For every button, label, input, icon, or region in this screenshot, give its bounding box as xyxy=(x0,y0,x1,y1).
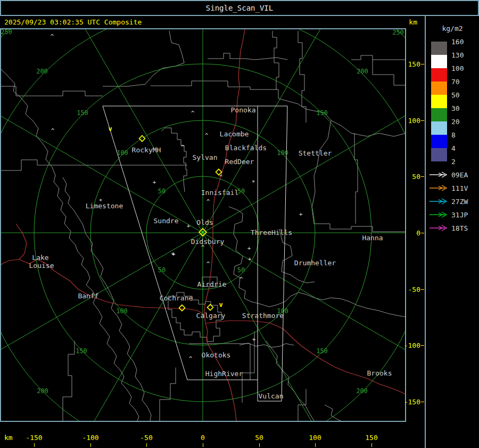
town-marker: ^ xyxy=(207,198,210,205)
right-axis-tick-label: 0 xyxy=(416,229,420,237)
county-boundary-line xyxy=(208,53,287,60)
bottom-axis-tick-label: -100 xyxy=(82,434,98,442)
city-label: Ponoka xyxy=(231,106,256,114)
right-axis-tick-mark xyxy=(421,64,424,64)
county-boundary-line xyxy=(298,31,306,123)
radar-map-frame: 5050505010010010010015015015015020020020… xyxy=(0,28,406,422)
radar-map-canvas[interactable]: 5050505010010010010015015015015020020020… xyxy=(1,29,405,421)
bottom-axis-tick-mark xyxy=(90,443,91,447)
ring-distance-label: 50 xyxy=(158,266,166,274)
bottom-axis-tick-label: 0 xyxy=(201,434,205,442)
ring-distance-label: 150 xyxy=(316,109,328,117)
town-marker: + xyxy=(299,211,303,218)
town-marker: ^ xyxy=(205,132,209,139)
site-diamond-marker xyxy=(179,305,185,311)
city-label: Limestone xyxy=(86,202,123,210)
city-label: Brooks xyxy=(367,369,392,377)
town-marker: ^ xyxy=(191,110,195,117)
right-axis-tick-label: -50 xyxy=(408,286,420,294)
city-label: Lake xyxy=(32,254,48,262)
legend-threshold-label: 130 xyxy=(451,51,464,59)
ring-distance-label: 50 xyxy=(158,188,166,195)
station-arrow-icon xyxy=(429,198,448,207)
city-label: Lacombe xyxy=(220,130,249,138)
county-boundary-line xyxy=(160,368,176,421)
town-marker: + xyxy=(248,256,252,263)
bottom-axis-tick-mark xyxy=(203,443,203,447)
station-arrow-icon xyxy=(429,211,448,220)
town-marker: ^ xyxy=(219,174,223,181)
station-arrow-icon xyxy=(429,171,448,180)
legend-threshold-label: 20 xyxy=(451,118,460,126)
city-label: Didsbury xyxy=(191,238,225,246)
city-label: Olds xyxy=(196,218,213,226)
bottom-axis-tick-label: -150 xyxy=(26,434,42,442)
ring-distance-label: 150 xyxy=(316,347,328,355)
bottom-axis-tick-label: 100 xyxy=(309,434,321,442)
town-marker: + xyxy=(247,245,251,252)
city-label: Strathmore xyxy=(242,312,284,320)
radar-viewer-window: Single_Scan_VIL 2025/09/23 03:02:35 UTC … xyxy=(0,0,479,448)
radar-center-dot xyxy=(202,231,204,233)
timestamp-label: 2025/09/23 03:02:35 UTC Composite xyxy=(0,18,142,26)
right-axis-tick-label: 150 xyxy=(408,60,420,68)
legend-threshold-label: 2 xyxy=(451,158,456,166)
county-boundary-line xyxy=(151,81,277,89)
highway-line xyxy=(1,224,27,265)
ring-distance-label: 200 xyxy=(357,68,368,75)
city-label: Drumheller xyxy=(294,259,336,267)
city-label: Cochrane xyxy=(160,294,193,302)
city-label: Stettler xyxy=(299,149,332,157)
legend-color-swatch xyxy=(431,82,447,95)
station-id-label: 27ZW xyxy=(451,198,468,206)
legend-color-swatch xyxy=(431,95,447,108)
bottom-axis-tick-mark xyxy=(315,443,316,447)
city-label: Hanna xyxy=(362,234,383,242)
legend-threshold-label: 100 xyxy=(451,64,464,72)
station-id-label: 09EA xyxy=(451,171,468,179)
title-bar: Single_Scan_VIL xyxy=(0,0,479,16)
right-distance-axis: 150100500-50-100-150 xyxy=(407,29,425,421)
legend-color-swatch xyxy=(431,108,447,121)
right-axis-tick-mark xyxy=(421,120,424,121)
county-boundary-line xyxy=(161,128,187,192)
ring-distance-label: 100 xyxy=(117,149,128,157)
site-vee-marker: v xyxy=(108,125,112,133)
town-marker: + xyxy=(187,223,191,230)
bottom-axis-tick-mark xyxy=(259,443,260,447)
info-bar: 2025/09/23 03:02:35 UTC Composite km xyxy=(0,16,425,28)
city-label: Banff xyxy=(78,292,98,300)
right-axis-tick-label: 100 xyxy=(408,117,420,125)
legend-color-swatch xyxy=(431,135,447,148)
radial-spoke xyxy=(203,233,405,382)
ring-distance-label: 100 xyxy=(277,149,288,157)
city-label: Airdrie xyxy=(197,280,227,288)
station-arrow-icon xyxy=(429,224,448,233)
city-label: Calgary xyxy=(196,312,226,320)
legend-threshold-label: 160 xyxy=(451,38,464,46)
county-boundary-line xyxy=(314,224,405,232)
ring-distance-label: 150 xyxy=(77,109,88,117)
county-boundary-line xyxy=(278,99,405,136)
city-label: Louise xyxy=(29,262,54,270)
city-label: Sundre xyxy=(154,217,179,225)
town-marker: ^ xyxy=(51,127,55,134)
window-title: Single_Scan_VIL xyxy=(206,4,273,12)
city-label: Innisfail xyxy=(201,189,238,197)
legend-panel: kg/m2 16013010070503020842 09EA 111V 27Z… xyxy=(425,16,479,448)
right-axis-tick-label: -150 xyxy=(404,398,420,406)
city-label: Okotoks xyxy=(202,351,231,359)
county-boundary-line xyxy=(1,160,187,170)
bottom-axis-tick-mark xyxy=(146,443,147,447)
bottom-distance-axis: km -150-100-50050100150 xyxy=(0,422,425,448)
site-vee-marker: v xyxy=(219,301,222,308)
legend-threshold-label: 70 xyxy=(451,78,460,86)
city-label: ThreeHills xyxy=(251,229,292,237)
town-marker: + xyxy=(153,179,156,186)
legend-color-swatch xyxy=(431,121,447,135)
station-id-label: 31JP xyxy=(451,211,468,219)
bottom-axis-tick-label: -50 xyxy=(140,434,152,442)
city-label: Sylvan xyxy=(193,153,218,161)
ring-distance-label: 100 xyxy=(116,307,128,315)
county-boundary-line xyxy=(1,69,139,421)
